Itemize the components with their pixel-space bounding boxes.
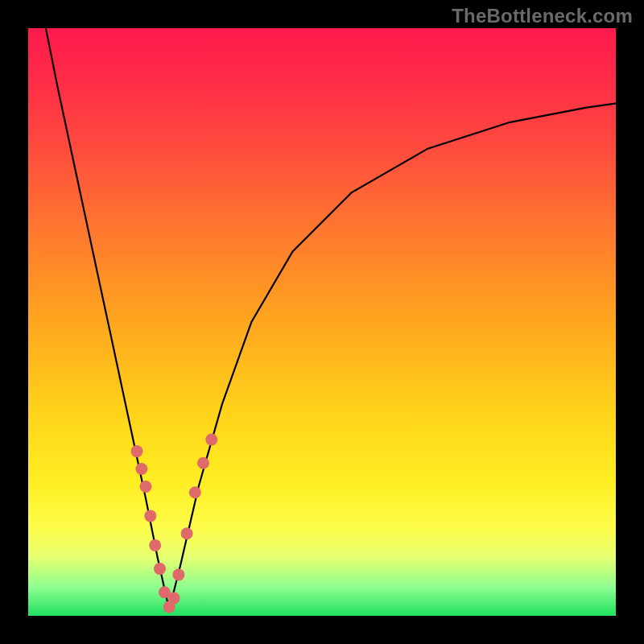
data-marker <box>189 486 201 498</box>
data-marker <box>144 510 156 522</box>
data-marker <box>168 592 180 605</box>
chart-svg <box>28 28 616 616</box>
curve-left-branch <box>46 28 169 610</box>
data-marker <box>197 457 209 469</box>
plot-area <box>28 28 616 616</box>
data-marker <box>135 463 147 475</box>
curve-right-branch <box>169 103 616 609</box>
watermark-text: TheBottleneck.com <box>452 5 633 27</box>
outer-frame: TheBottleneck.com <box>0 0 644 644</box>
data-marker <box>205 434 217 446</box>
data-marker <box>181 527 193 539</box>
data-marker <box>140 481 152 493</box>
data-marker <box>131 445 143 457</box>
marker-group <box>131 434 218 613</box>
data-marker <box>172 568 184 580</box>
data-marker <box>149 539 161 551</box>
data-marker <box>154 563 166 575</box>
